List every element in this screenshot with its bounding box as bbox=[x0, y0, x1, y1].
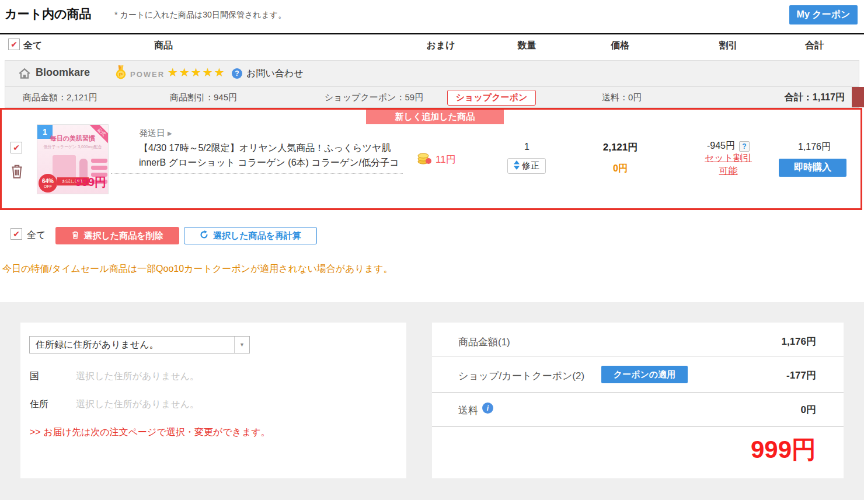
shop-coupon-amount: ショップクーポン：59円 bbox=[325, 92, 423, 103]
coupon-warning: 今日の特価/タイムセール商品は一部Qoo10カートクーポンが適用されない場合があ… bbox=[2, 263, 393, 275]
item-thumbnail[interactable]: 1 公式 毎日の美肌習慣 低分子コラーゲン 3,000mg配合 64% OFF … bbox=[37, 124, 109, 194]
item-bonus: 11円 bbox=[417, 152, 456, 167]
country-value: 選択した住所がありません。 bbox=[76, 370, 199, 383]
header-divider bbox=[0, 33, 864, 34]
summary-shipping-value: 0円 bbox=[666, 403, 816, 416]
new-item-badge: 新しく追加した商品 bbox=[366, 110, 504, 124]
shop-box-divider bbox=[5, 86, 859, 87]
my-coupon-button[interactable]: My クーポン bbox=[789, 5, 858, 24]
column-header-qty: 数量 bbox=[493, 40, 560, 52]
ship-date[interactable]: 発送日 ▶ bbox=[139, 128, 172, 139]
qty-edit-button[interactable]: 修正 bbox=[507, 158, 546, 174]
trash-icon bbox=[71, 230, 79, 242]
column-header-price: 価格 bbox=[578, 40, 663, 52]
shop-shipping: 送料：0円 bbox=[602, 92, 642, 103]
item-trash-icon[interactable] bbox=[9, 163, 25, 182]
power-medal-icon: P bbox=[115, 65, 127, 82]
discount-question-icon[interactable]: ? bbox=[739, 141, 750, 152]
item-price: 2,121円 bbox=[578, 141, 663, 154]
updown-icon bbox=[514, 160, 520, 172]
select-all-checkbox-bottom[interactable]: ✔ bbox=[11, 228, 22, 240]
chevron-down-icon: ▼ bbox=[234, 337, 249, 353]
cart-page: カート内の商品 * カートに入れた商品は30日間保管されます。 My クーポン … bbox=[0, 0, 864, 504]
thumbnail-discount-badge: 64% OFF bbox=[39, 174, 57, 192]
column-header-bonus: おまけ bbox=[409, 40, 473, 52]
address-value: 選択した住所がありません。 bbox=[76, 398, 199, 411]
thumbnail-subline: 低分子コラーゲン 3,000mg配合 bbox=[37, 144, 108, 150]
shop-total: 合計：1,117円 bbox=[729, 92, 845, 104]
select-all-label-top: 全て bbox=[23, 40, 42, 52]
item-price-sub: 0円 bbox=[578, 163, 663, 175]
thumbnail-headline: 毎日の美肌習慣 bbox=[37, 134, 108, 143]
address-label: 住所 bbox=[30, 398, 48, 411]
home-icon bbox=[18, 68, 31, 82]
side-tab[interactable] bbox=[852, 87, 864, 107]
shop-name[interactable]: Bloomkare bbox=[36, 66, 90, 79]
check-icon: ✔ bbox=[13, 143, 20, 152]
shop-contact-link[interactable]: お問い合わせ bbox=[246, 68, 304, 80]
country-label: 国 bbox=[30, 370, 39, 383]
contact-question-icon: ? bbox=[232, 68, 242, 79]
shipping-info-icon[interactable]: i bbox=[482, 402, 493, 414]
item-options-divider bbox=[111, 173, 403, 174]
address-dropdown[interactable]: 住所録に住所がありません。 ▼ bbox=[29, 336, 250, 354]
grand-total: 999円 bbox=[607, 433, 816, 466]
delete-selected-button[interactable]: 選択した商品を削除 bbox=[55, 227, 179, 244]
order-summary-panel: 商品金額(1) 1,176円 ショップ/カートクーポン(2) クーポンの適用 -… bbox=[432, 323, 844, 478]
item-discount: -945円 ? bbox=[680, 140, 776, 152]
item-qty: 1 bbox=[493, 142, 560, 152]
summary-coupon-label: ショップ/カートクーポン(2) bbox=[458, 369, 584, 383]
address-dropdown-value: 住所録に住所がありません。 bbox=[30, 339, 234, 351]
thumbnail-price: 999円 bbox=[75, 174, 106, 190]
column-header-total: 合計 bbox=[776, 40, 852, 52]
svg-text:P: P bbox=[119, 71, 123, 78]
summary-coupon-value: -177円 bbox=[666, 369, 816, 382]
item-title[interactable]: 【4/30 17時～5/2限定】オリヤン人気商品！ふっくらツヤ肌innerB グ… bbox=[139, 141, 399, 170]
summary-item-amount-value: 1,176円 bbox=[666, 335, 816, 348]
shop-item-amount: 商品金額：2,121円 bbox=[23, 92, 97, 103]
shop-item-discount: 商品割引：945円 bbox=[170, 92, 237, 103]
address-notice: >> お届け先は次の注文ページで選択・変更ができます。 bbox=[30, 426, 270, 439]
shop-coupon-button[interactable]: ショップクーポン bbox=[447, 90, 536, 106]
item-checkbox[interactable]: ✔ bbox=[11, 142, 22, 153]
set-discount-link-line1[interactable]: セット割引 bbox=[680, 152, 776, 164]
check-icon: ✔ bbox=[13, 229, 20, 239]
page-note: * カートに入れた商品は30日間保管されます。 bbox=[114, 10, 286, 20]
address-panel: 住所録に住所がありません。 ▼ 国 選択した住所がありません。 住所 選択した住… bbox=[20, 323, 406, 478]
check-icon: ✔ bbox=[11, 40, 18, 49]
coins-icon bbox=[417, 152, 432, 167]
page-title: カート内の商品 bbox=[5, 6, 91, 22]
power-label: POWER bbox=[130, 70, 165, 79]
recalculate-selected-button[interactable]: 選択した商品を再計算 bbox=[184, 227, 317, 244]
refresh-icon bbox=[200, 230, 208, 241]
shop-section: Bloomkare P POWER ★★★★★ ★★★★★ ? お問い合わせ 商… bbox=[5, 60, 859, 108]
column-header-product: 商品 bbox=[105, 40, 222, 52]
set-discount-link-line2[interactable]: 可能 bbox=[680, 165, 776, 177]
select-all-label-bottom: 全て bbox=[27, 229, 46, 242]
item-total: 1,176円 bbox=[776, 141, 852, 153]
column-header-discount: 割引 bbox=[680, 40, 776, 52]
caret-right-icon: ▶ bbox=[168, 130, 172, 136]
summary-item-amount-label: 商品金額(1) bbox=[458, 335, 510, 349]
buy-now-button[interactable]: 即時購入 bbox=[779, 159, 846, 177]
select-all-checkbox-top[interactable]: ✔ bbox=[8, 38, 20, 50]
summary-shipping-label: 送料 bbox=[458, 404, 478, 417]
